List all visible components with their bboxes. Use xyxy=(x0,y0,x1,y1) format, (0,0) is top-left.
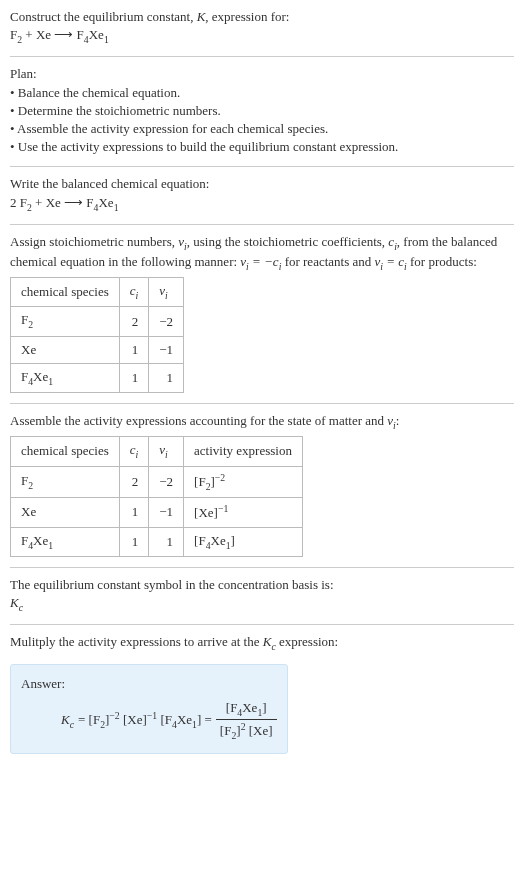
cell-species: F2 xyxy=(11,307,120,336)
table-row: Xe 1 −1 xyxy=(11,336,184,363)
symbol-text: The equilibrium constant symbol in the c… xyxy=(10,576,514,594)
eq-reactants: νi = −ci xyxy=(240,254,281,269)
cell-species: Xe xyxy=(11,336,120,363)
multiply-text: Mulitply the activity expressions to arr… xyxy=(10,634,263,649)
symbol-section: The equilibrium constant symbol in the c… xyxy=(10,576,514,614)
table-row: Xe 1 −1 [Xe]−1 xyxy=(11,498,303,528)
answer-box: Answer: Kc = [F2]−2 [Xe]−1 [F4Xe1] = [F4… xyxy=(10,664,288,754)
reactant-f2: F2 xyxy=(10,27,22,42)
col-ci: ci xyxy=(119,437,149,466)
eq-body: = [F2]−2 [Xe]−1 [F4Xe1] = xyxy=(78,709,212,732)
cell-nui: −2 xyxy=(149,466,184,498)
assign-text: for reactants and xyxy=(281,254,374,269)
cell-species: F4Xe1 xyxy=(11,527,120,556)
cell-ci: 1 xyxy=(119,336,149,363)
cell-nui: 1 xyxy=(149,363,184,392)
product-f4xe1: F4Xe1 xyxy=(73,27,108,42)
divider xyxy=(10,166,514,167)
cell-species: F2 xyxy=(11,466,120,498)
assign-text: Assign stoichiometric numbers, xyxy=(10,234,178,249)
cell-nui: −2 xyxy=(149,307,184,336)
divider xyxy=(10,403,514,404)
fraction-denominator: [F2]2 [Xe] xyxy=(216,720,277,743)
assign-section: Assign stoichiometric numbers, νi, using… xyxy=(10,233,514,393)
cell-activity: [F4Xe1] xyxy=(184,527,303,556)
table-row: F4Xe1 1 1 [F4Xe1] xyxy=(11,527,303,556)
var-nu-i: νi xyxy=(387,413,396,428)
cell-species: Xe xyxy=(11,498,120,528)
cell-nui: −1 xyxy=(149,498,184,528)
assemble-text: : xyxy=(396,413,400,428)
cell-species: F4Xe1 xyxy=(11,363,120,392)
var-Kc: Kc xyxy=(61,711,74,731)
col-species: chemical species xyxy=(11,437,120,466)
cell-ci: 1 xyxy=(119,498,149,528)
plan-list: Balance the chemical equation. Determine… xyxy=(10,84,514,157)
plan-item: Determine the stoichiometric numbers. xyxy=(10,102,514,120)
table-row: F2 2 −2 xyxy=(11,307,184,336)
kc-expression: Kc = [F2]−2 [Xe]−1 [F4Xe1] = [F4Xe1] [F2… xyxy=(21,699,277,743)
plus: + Xe xyxy=(32,195,64,210)
table-row: F2 2 −2 [F2]−2 xyxy=(11,466,303,498)
divider xyxy=(10,624,514,625)
divider xyxy=(10,567,514,568)
col-species: chemical species xyxy=(11,278,120,307)
unbalanced-equation: F2 + Xe ⟶ F4Xe1 xyxy=(10,26,514,46)
arrow-icon: ⟶ xyxy=(54,27,73,42)
table-row: F4Xe1 1 1 xyxy=(11,363,184,392)
multiply-text: expression: xyxy=(276,634,338,649)
balanced-title: Write the balanced chemical equation: xyxy=(10,175,514,193)
cell-activity: [F2]−2 xyxy=(184,466,303,498)
plan-item: Assemble the activity expression for eac… xyxy=(10,120,514,138)
col-activity: activity expression xyxy=(184,437,303,466)
multiply-section: Mulitply the activity expressions to arr… xyxy=(10,633,514,653)
table-header-row: chemical species ci νi activity expressi… xyxy=(11,437,303,466)
assemble-section: Assemble the activity expressions accoun… xyxy=(10,412,514,557)
assemble-text: Assemble the activity expressions accoun… xyxy=(10,413,387,428)
var-Kc: Kc xyxy=(10,594,514,614)
col-nui: νi xyxy=(149,437,184,466)
var-Kc: Kc xyxy=(263,634,276,649)
cell-ci: 2 xyxy=(119,307,149,336)
plus: + Xe xyxy=(22,27,54,42)
divider xyxy=(10,224,514,225)
plan-item: Balance the chemical equation. xyxy=(10,84,514,102)
assign-text: for products: xyxy=(407,254,477,269)
balanced-equation: 2 F2 + Xe ⟶ F4Xe1 xyxy=(10,194,514,214)
assign-text: , using the stoichiometric coefficients, xyxy=(187,234,389,249)
balanced-section: Write the balanced chemical equation: 2 … xyxy=(10,175,514,213)
cell-nui: 1 xyxy=(149,527,184,556)
stoich-table: chemical species ci νi F2 2 −2 Xe 1 −1 F… xyxy=(10,277,184,393)
kc-fraction: [F4Xe1] [F2]2 [Xe] xyxy=(216,699,277,743)
fraction-numerator: [F4Xe1] xyxy=(216,699,277,720)
cell-activity: [Xe]−1 xyxy=(184,498,303,528)
var-nu-i: νi xyxy=(178,234,187,249)
plan-section: Plan: Balance the chemical equation. Det… xyxy=(10,65,514,156)
intro-section: Construct the equilibrium constant, K, e… xyxy=(10,8,514,46)
plan-title: Plan: xyxy=(10,65,514,83)
col-nui: νi xyxy=(149,278,184,307)
product-f4xe1: F4Xe1 xyxy=(83,195,118,210)
arrow-icon: ⟶ xyxy=(64,195,83,210)
activity-table: chemical species ci νi activity expressi… xyxy=(10,436,303,557)
answer-label: Answer: xyxy=(21,675,277,693)
cell-nui: −1 xyxy=(149,336,184,363)
eq-products: νi = ci xyxy=(375,254,407,269)
col-ci: ci xyxy=(119,278,149,307)
intro-text-b: , expression for: xyxy=(205,9,289,24)
var-c-i: ci xyxy=(388,234,397,249)
cell-ci: 1 xyxy=(119,527,149,556)
table-header-row: chemical species ci νi xyxy=(11,278,184,307)
cell-ci: 2 xyxy=(119,466,149,498)
cell-ci: 1 xyxy=(119,363,149,392)
reactant-f2: 2 F2 xyxy=(10,195,32,210)
divider xyxy=(10,56,514,57)
plan-item: Use the activity expressions to build th… xyxy=(10,138,514,156)
intro-text-a: Construct the equilibrium constant, xyxy=(10,9,197,24)
